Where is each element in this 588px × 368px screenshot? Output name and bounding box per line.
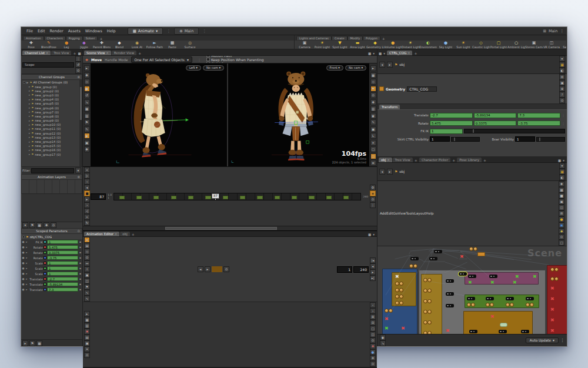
shelf-tool[interactable]: ☀ Point Light [313, 41, 331, 49]
node-header-icon[interactable]: ⚙ [559, 74, 565, 80]
node-header-icon[interactable]: ▣ [559, 80, 565, 86]
tab-transform[interactable]: Transform [379, 105, 400, 109]
network-toolbar-icon[interactable]: ⊙ [559, 234, 564, 240]
network-node-f[interactable] [469, 330, 477, 333]
scoped-toolbar-icon[interactable]: ▦ [36, 222, 42, 228]
network-node-xr[interactable]: ✖ [401, 326, 405, 331]
transport-button[interactable]: › [84, 202, 90, 208]
tab-tree-view[interactable]: Tree View [393, 158, 413, 162]
tab-scene-view[interactable]: Scene View✕ [84, 51, 111, 55]
transport-button[interactable]: ▸ [84, 196, 90, 202]
viewport-tool-icon[interactable]: ↘ [84, 99, 90, 105]
network-node-p[interactable] [395, 301, 403, 305]
next-key-icon[interactable]: ▸ [205, 266, 211, 272]
network-node-f[interactable] [468, 275, 476, 278]
add-shelf-tab-button[interactable]: + [381, 36, 386, 41]
shelf-tool[interactable]: ☀ Sun Light [455, 41, 472, 49]
transport-button[interactable]: ↻ [84, 220, 90, 226]
anim-tool-icon[interactable]: ≡ [84, 237, 90, 243]
anim-display-icon[interactable]: ⊙ [370, 337, 376, 343]
network-node-p[interactable] [395, 282, 403, 286]
ladder-icon[interactable]: ⋮ [562, 122, 565, 125]
scoped-bottom-icon[interactable]: ⚑ [29, 340, 35, 346]
anim-display-icon[interactable]: ◫ [370, 332, 376, 337]
shelf-tab[interactable]: Modify [348, 36, 363, 40]
back-icon[interactable]: ◂ [379, 62, 385, 68]
shelf-tool[interactable]: ► Follow Path [146, 41, 163, 49]
shelf-tool[interactable]: ◫ VR Camera [543, 41, 560, 49]
channel-group-row[interactable]: ▸⚑new_group14 (0) [22, 139, 82, 143]
scoped-parameter-row[interactable]: ●▸ Scale 1 ▪ [21, 266, 82, 271]
shelf-tool[interactable]: ◆ Geometry Light [366, 41, 384, 49]
viewport-tool-icon[interactable]: ◉ [370, 113, 376, 119]
network-node-p[interactable] [423, 331, 432, 334]
anim-display-icon[interactable]: ⊞ [370, 314, 376, 320]
tab-pose-library[interactable]: Pose Library [457, 158, 482, 162]
forward-icon[interactable]: ▸ [387, 169, 393, 175]
viewport-tool-icon[interactable]: ⚑ [370, 86, 376, 92]
path-text[interactable]: obj [399, 170, 405, 173]
network-menu-item[interactable]: Tools [406, 212, 414, 215]
anim-tool-icon[interactable]: ↔ [84, 260, 90, 266]
viewport-tool-icon[interactable]: L [370, 133, 376, 139]
anim-tool-icon[interactable]: ∿ [84, 290, 90, 296]
scrollbar[interactable] [79, 80, 82, 166]
transport-button[interactable]: |‹ [84, 173, 90, 179]
network-node-xg[interactable]: ✖ [515, 275, 519, 279]
channel-group-row[interactable]: ▸⚑new_group9 (0) [22, 119, 82, 123]
shelf-tool[interactable]: ▦ Paste [163, 41, 181, 49]
anim-display-icon[interactable]: ▢ [370, 326, 376, 332]
rotate-y-field[interactable]: 0.3375 [474, 121, 517, 126]
network-node-p[interactable] [395, 295, 403, 299]
shelf-tool[interactable]: ▼ Spot Light [331, 41, 349, 49]
network-node-xg[interactable]: ✖ [468, 280, 472, 285]
network-toolbar-icon[interactable]: ● [559, 216, 564, 222]
bear-visibility-slider[interactable] [536, 137, 565, 142]
anim-edit-icon[interactable]: ⊙ [84, 352, 90, 358]
channel-value-field[interactable]: 0.3375 [47, 250, 78, 255]
scoped-parameter-row[interactable]: ●▸ Scale 1 ▪ [21, 260, 82, 266]
network-node-xr[interactable]: ✖ [550, 297, 554, 302]
network-node-p[interactable] [550, 267, 559, 272]
channel-value-field[interactable]: 5.475 [47, 245, 78, 249]
path-bar-icon[interactable]: ▾ [559, 163, 565, 169]
network-node-xg[interactable]: ✖ [490, 280, 495, 285]
more-icon[interactable]: ⋮ [560, 338, 564, 343]
viewport-tool-icon[interactable]: ▦ [370, 72, 376, 78]
scope-toolbar-icon[interactable]: ↺ [75, 62, 81, 68]
tab-animation-editor[interactable]: Animation Editor✕ [84, 232, 119, 236]
network-node-p[interactable] [467, 303, 475, 307]
anim-nav-button[interactable]: ▸ [370, 269, 376, 275]
anim-edit-icon[interactable]: ▸ [84, 311, 90, 317]
network-menu-item[interactable]: Layout [415, 212, 426, 215]
tab-render-view[interactable]: Render View [112, 51, 136, 55]
anim-tool-icon[interactable]: ▣ [84, 272, 90, 278]
network-toolbar-icon[interactable]: ◆ [559, 228, 564, 234]
menu-item[interactable]: Help [105, 29, 118, 34]
scoped-parameter-row[interactable]: ●▸ Translate -2.7 ▪ [21, 276, 82, 282]
viewport-tool-icon[interactable]: ✕ [370, 140, 376, 146]
shelf-tool[interactable]: ☀ Distant Light [402, 41, 419, 49]
viewport-tool-icon[interactable]: ✚ [84, 72, 90, 78]
network-node-xr[interactable]: ✖ [446, 329, 450, 333]
network-menu-item[interactable]: Go [393, 212, 397, 215]
desktop-tab-main[interactable]: ⊕Main [174, 28, 199, 35]
network-toolbar-icon[interactable]: ✚ [559, 181, 564, 187]
transport-button[interactable]: ›| [84, 208, 90, 214]
channel-value-field[interactable]: 1 [47, 272, 78, 276]
network-toolbar-icon[interactable]: ▣ [559, 222, 564, 228]
network-menu-item[interactable]: Add [380, 212, 386, 215]
viewport-tool-icon[interactable]: ✚ [84, 146, 90, 152]
channel-value-field[interactable]: 1 [47, 266, 78, 270]
anim-range-end-field[interactable]: 240 [353, 266, 369, 273]
scoped-toolbar-icon[interactable]: ✚ [44, 222, 49, 228]
viewport-left-view[interactable]: Left ▾ No cam ▾ [91, 63, 228, 166]
network-footer-icon[interactable]: ↘ [380, 340, 386, 346]
viewport-tool-icon[interactable]: ▦ [84, 106, 90, 112]
network-node-xr[interactable]: ✖ [550, 307, 554, 312]
translate-y-field[interactable]: -5.89134 [474, 113, 517, 118]
network-toolbar-icon[interactable]: ▢ [559, 240, 564, 246]
shelf-tab[interactable]: Animation [23, 36, 44, 40]
keyframe-block[interactable] [136, 196, 142, 199]
network-node-f[interactable] [521, 330, 529, 333]
